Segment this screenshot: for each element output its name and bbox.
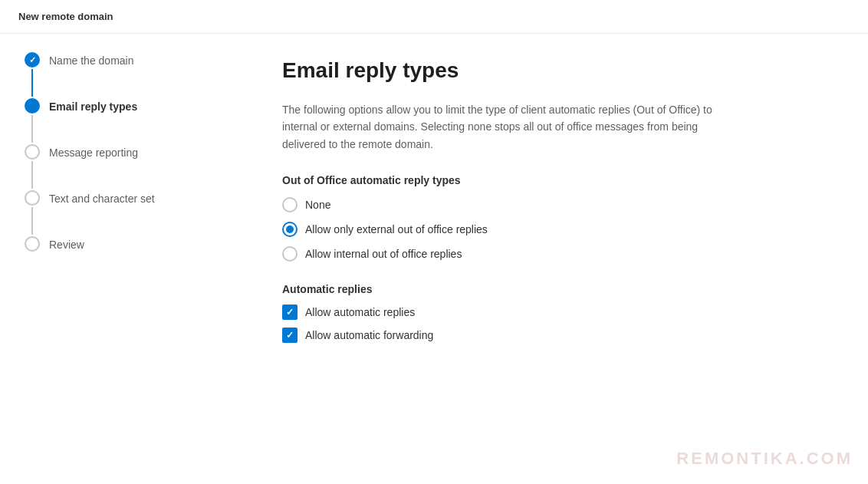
- section-description: The following options allow you to limit…: [282, 101, 742, 153]
- main-layout: ✓ Name the domain Email reply types: [0, 34, 868, 483]
- step-item-name-domain: ✓ Name the domain: [25, 52, 245, 98]
- step-line-4: [31, 207, 33, 235]
- step-circle-1: ✓: [25, 52, 40, 67]
- step-line-2: [31, 115, 33, 143]
- radio-external-only[interactable]: Allow only external out of office replie…: [282, 222, 831, 237]
- checkbox-allow-replies[interactable]: Allow automatic replies: [282, 305, 831, 320]
- step-label-3[interactable]: Message reporting: [49, 144, 138, 161]
- checkbox-group: Allow automatic replies Allow automatic …: [282, 305, 831, 343]
- step-connector-1: ✓: [25, 52, 40, 98]
- checkbox-box-forwarding: [282, 328, 298, 343]
- step-item-text-charset: Text and character set: [25, 190, 245, 236]
- step-connector-4: [25, 190, 40, 236]
- automatic-replies-section: Automatic replies Allow automatic replie…: [282, 283, 831, 343]
- step-connector-5: [25, 236, 40, 252]
- radio-none[interactable]: None: [282, 197, 831, 212]
- step-connector-3: [25, 144, 40, 190]
- step-circle-4: [25, 190, 40, 206]
- radio-circle-internal: [282, 246, 298, 262]
- step-label-4[interactable]: Text and character set: [49, 190, 155, 207]
- step-circle-3: [25, 144, 40, 160]
- radio-circle-external: [282, 222, 298, 237]
- radio-label-internal: Allow internal out of office replies: [305, 248, 462, 260]
- step-label-2[interactable]: Email reply types: [49, 98, 137, 115]
- header-title: New remote domain: [18, 11, 113, 22]
- steps-list: ✓ Name the domain Email reply types: [25, 52, 245, 253]
- radio-circle-none: [282, 197, 298, 212]
- step-item-message-reporting: Message reporting: [25, 144, 245, 190]
- sidebar: ✓ Name the domain Email reply types: [0, 34, 245, 483]
- page-title: Email reply types: [282, 58, 831, 83]
- step-circle-5: [25, 236, 40, 252]
- radio-label-none: None: [305, 199, 330, 211]
- automatic-replies-title: Automatic replies: [282, 283, 831, 295]
- main-content: Email reply types The following options …: [245, 34, 868, 483]
- checkbox-allow-forwarding[interactable]: Allow automatic forwarding: [282, 328, 831, 343]
- ooo-section-title: Out of Office automatic reply types: [282, 174, 831, 186]
- step-line-1: [31, 69, 33, 97]
- checkbox-label-replies: Allow automatic replies: [305, 306, 415, 318]
- ooo-radio-group: None Allow only external out of office r…: [282, 197, 831, 262]
- checkbox-label-forwarding: Allow automatic forwarding: [305, 329, 433, 341]
- checkmark-icon-1: ✓: [29, 55, 36, 65]
- step-label-5[interactable]: Review: [49, 236, 84, 253]
- step-line-3: [31, 161, 33, 189]
- step-item-review: Review: [25, 236, 245, 253]
- step-connector-2: [25, 98, 40, 144]
- radio-label-external: Allow only external out of office replie…: [305, 223, 488, 235]
- page-header: New remote domain: [0, 0, 868, 34]
- step-item-email-reply: Email reply types: [25, 98, 245, 144]
- radio-internal-only[interactable]: Allow internal out of office replies: [282, 246, 831, 262]
- step-circle-2: [25, 98, 40, 114]
- step-label-1[interactable]: Name the domain: [49, 52, 134, 69]
- checkbox-box-replies: [282, 305, 298, 320]
